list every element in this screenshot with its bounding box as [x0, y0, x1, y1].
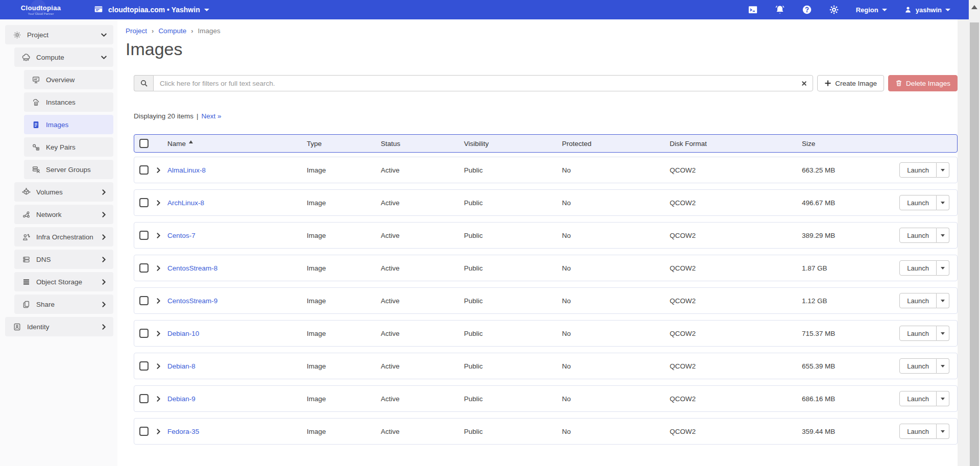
launch-button[interactable]: Launch: [899, 293, 937, 308]
image-name-link[interactable]: Centos-7: [167, 232, 195, 239]
sidebar-item-dns[interactable]: DNS: [14, 250, 113, 269]
create-image-button[interactable]: Create Image: [817, 75, 884, 91]
launch-dropdown-button[interactable]: [937, 326, 949, 341]
launch-dropdown-button[interactable]: [937, 391, 949, 406]
column-header-type[interactable]: Type: [307, 140, 381, 148]
row-checkbox[interactable]: [139, 198, 149, 207]
scroll-up-arrow-icon[interactable]: [971, 5, 977, 9]
chevron-down-icon: [941, 169, 945, 171]
domain-project-switcher[interactable]: cloudtopiaa.com • Yashwin: [94, 5, 209, 15]
overview-monitor-icon: [31, 76, 41, 84]
expand-row-icon[interactable]: [155, 428, 162, 435]
breadcrumb-compute-link[interactable]: Compute: [158, 27, 186, 35]
notifications-bell-icon[interactable]: [775, 5, 785, 15]
column-header-protected[interactable]: Protected: [562, 140, 670, 148]
region-menu[interactable]: Region: [856, 6, 887, 14]
launch-button[interactable]: Launch: [899, 424, 937, 439]
breadcrumb: Project › Compute › Images: [126, 19, 958, 35]
launch-dropdown-button[interactable]: [937, 424, 949, 439]
expand-row-icon[interactable]: [155, 297, 162, 305]
column-header-visibility[interactable]: Visibility: [464, 140, 562, 148]
row-checkbox[interactable]: [139, 329, 149, 338]
launch-button[interactable]: Launch: [899, 195, 937, 210]
sidebar-item-key-pairs[interactable]: Key Pairs: [24, 137, 113, 157]
launch-button[interactable]: Launch: [899, 228, 937, 243]
expand-row-icon[interactable]: [155, 232, 162, 239]
column-header-name[interactable]: Name: [167, 140, 307, 148]
sidebar-item-share[interactable]: Share: [14, 295, 113, 314]
clear-search-button[interactable]: [799, 79, 808, 88]
type-cell: Image: [307, 232, 381, 239]
column-header-label: Name: [167, 140, 186, 148]
column-header-size[interactable]: Size: [802, 140, 907, 148]
row-checkbox[interactable]: [139, 394, 149, 403]
expand-row-icon[interactable]: [155, 199, 162, 207]
settings-gear-icon[interactable]: [829, 5, 839, 15]
next-page-link[interactable]: Next »: [202, 112, 222, 120]
sidebar-item-compute[interactable]: Compute: [14, 47, 113, 67]
sidebar-item-images[interactable]: Images: [24, 115, 113, 134]
launch-button[interactable]: Launch: [899, 326, 937, 341]
column-header-disk-format[interactable]: Disk Format: [670, 140, 802, 148]
column-header-status[interactable]: Status: [381, 140, 464, 148]
launch-dropdown-button[interactable]: [937, 195, 949, 210]
sidebar-item-network[interactable]: Network: [14, 205, 113, 224]
protected-cell: No: [562, 330, 670, 337]
row-checkbox[interactable]: [139, 296, 149, 305]
launch-button[interactable]: Launch: [899, 391, 937, 406]
image-name-link[interactable]: Debian-9: [167, 395, 195, 403]
image-name-link[interactable]: ArchLinux-8: [167, 199, 204, 207]
image-name-link[interactable]: CentosStream-9: [167, 297, 217, 305]
row-checkbox[interactable]: [139, 165, 149, 175]
launch-button[interactable]: Launch: [899, 260, 937, 276]
main-content: Project › Compute › Images Images Create…: [117, 19, 958, 466]
image-name-link[interactable]: Debian-8: [167, 362, 195, 370]
page-scrollbar[interactable]: [969, 0, 980, 466]
expand-row-icon[interactable]: [155, 330, 162, 337]
disk-format-cell: QCOW2: [670, 232, 802, 239]
row-checkbox[interactable]: [139, 427, 149, 436]
expand-row-icon[interactable]: [155, 166, 162, 174]
expand-row-icon[interactable]: [155, 264, 162, 272]
launch-dropdown-button[interactable]: [937, 293, 949, 308]
launch-button[interactable]: Launch: [899, 358, 937, 374]
brand-logo[interactable]: Cloudtopiaa Your Cloud Partner: [11, 4, 70, 15]
visibility-cell: Public: [464, 297, 562, 305]
scrollbar-thumb[interactable]: [970, 22, 979, 466]
sidebar-item-volumes[interactable]: Volumes: [14, 182, 113, 202]
sidebar-item-label: Overview: [46, 76, 75, 84]
row-checkbox[interactable]: [139, 263, 149, 273]
expand-row-icon[interactable]: [155, 395, 162, 403]
image-name-link[interactable]: AlmaLinux-8: [167, 166, 206, 174]
chevron-right-icon: [100, 188, 108, 196]
visibility-cell: Public: [464, 362, 562, 370]
sidebar-item-project[interactable]: Project: [5, 25, 113, 44]
sidebar-item-server-groups[interactable]: Server Groups: [24, 160, 113, 179]
launch-button[interactable]: Launch: [899, 162, 937, 178]
sidebar-item-overview[interactable]: Overview: [24, 70, 113, 89]
expand-row-icon[interactable]: [155, 362, 162, 370]
sidebar-item-object-storage[interactable]: Object Storage: [14, 272, 113, 291]
launch-dropdown-button[interactable]: [937, 228, 949, 243]
search-input[interactable]: [153, 75, 813, 91]
help-icon[interactable]: [802, 5, 812, 15]
disk-format-cell: QCOW2: [670, 395, 802, 403]
sidebar-item-infra-orchestration[interactable]: Infra Orchestration: [14, 227, 113, 247]
image-name-link[interactable]: CentosStream-8: [167, 264, 217, 272]
select-all-checkbox[interactable]: [139, 139, 149, 148]
table-row: CentosStream-8 Image Active Public No QC…: [134, 255, 958, 281]
launch-dropdown-button[interactable]: [937, 162, 949, 178]
sidebar-item-identity[interactable]: Identity: [5, 317, 113, 336]
breadcrumb-project-link[interactable]: Project: [126, 27, 147, 35]
console-icon[interactable]: [748, 5, 758, 15]
image-name-link[interactable]: Fedora-35: [167, 428, 199, 435]
user-menu[interactable]: yashwin: [904, 6, 950, 14]
row-checkbox[interactable]: [139, 231, 149, 240]
sidebar-item-instances[interactable]: Instances: [24, 92, 113, 112]
image-name-link[interactable]: Debian-10: [167, 330, 199, 337]
launch-dropdown-button[interactable]: [937, 260, 949, 276]
delete-images-button[interactable]: Delete Images: [888, 75, 958, 91]
launch-dropdown-button[interactable]: [937, 358, 949, 374]
row-checkbox[interactable]: [139, 361, 149, 371]
content-scrollbar-track[interactable]: [958, 19, 969, 466]
